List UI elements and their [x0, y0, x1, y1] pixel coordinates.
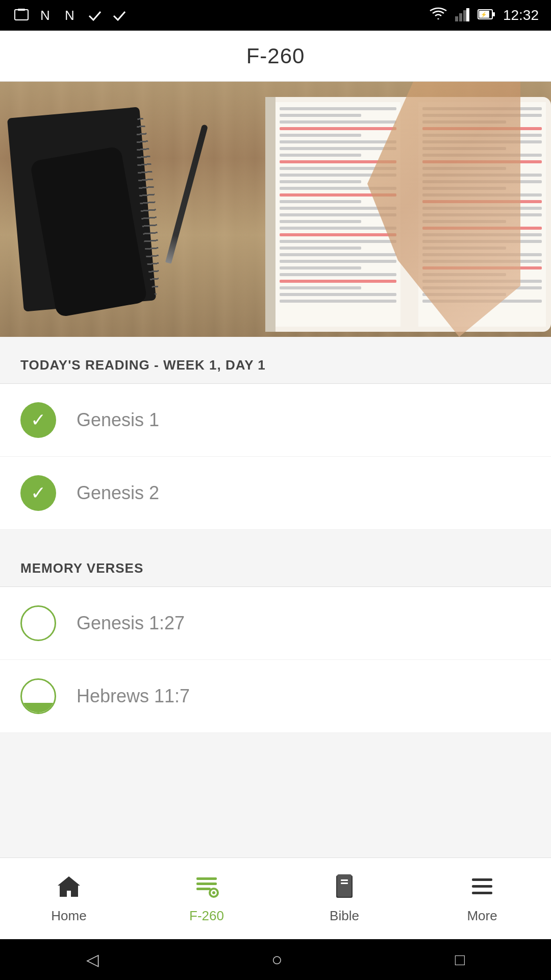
status-bar: N N	[0, 0, 551, 31]
nav-label-f260: F-260	[189, 908, 224, 924]
memory-verse-item[interactable]: Hebrews 11:7	[0, 660, 551, 733]
svg-point-16	[212, 891, 215, 894]
svg-rect-18	[337, 874, 352, 897]
back-button[interactable]: ◁	[86, 950, 99, 969]
nav-label-home: Home	[51, 908, 86, 924]
hero-image	[0, 82, 551, 337]
memory-title-genesis127: Genesis 1:27	[77, 612, 185, 634]
nav-item-bible[interactable]: Bible	[276, 858, 413, 939]
notebook-decoration	[7, 107, 156, 311]
todays-reading-label: TODAY'S READING - WEEK 1, DAY 1	[20, 357, 266, 373]
reading-item[interactable]: ✓ Genesis 1	[0, 384, 551, 457]
svg-rect-12	[196, 877, 217, 880]
memory-verse-list: Genesis 1:27 Hebrews 11:7	[0, 587, 551, 733]
svg-rect-4	[455, 16, 458, 21]
memory-verses-header: MEMORY VERSES	[0, 540, 551, 586]
svg-text:N: N	[65, 8, 74, 23]
f260-icon	[193, 873, 220, 904]
check-partial-hebrews117[interactable]	[20, 678, 56, 714]
svg-rect-14	[196, 888, 211, 890]
reading-title-genesis2: Genesis 2	[77, 482, 159, 504]
signal-icon	[455, 7, 469, 23]
svg-rect-7	[466, 8, 469, 21]
svg-rect-1	[18, 9, 25, 11]
nav-item-more[interactable]: More	[413, 858, 551, 939]
svg-rect-13	[196, 883, 217, 885]
reading-list: ✓ Genesis 1 ✓ Genesis 2	[0, 384, 551, 530]
notification-icon-2: N	[37, 6, 55, 24]
memory-title-hebrews117: Hebrews 11:7	[77, 685, 190, 707]
status-time: 12:32	[503, 7, 539, 23]
bible-icon	[331, 873, 358, 904]
check-mark-icon: ✓	[31, 411, 46, 429]
nav-label-bible: Bible	[330, 908, 359, 924]
svg-rect-5	[459, 13, 462, 21]
todays-reading-header: TODAY'S READING - WEEK 1, DAY 1	[0, 337, 551, 383]
more-icon	[469, 873, 495, 904]
content-area: TODAY'S READING - WEEK 1, DAY 1 ✓ Genesi…	[0, 337, 551, 733]
battery-icon: ⚡	[478, 8, 495, 22]
reading-item[interactable]: ✓ Genesis 2	[0, 457, 551, 530]
memory-verses-label: MEMORY VERSES	[20, 560, 143, 576]
status-icons-left: N N	[12, 6, 129, 24]
svg-rect-22	[472, 885, 492, 888]
nav-item-f260[interactable]: F-260	[138, 858, 276, 939]
svg-rect-20	[341, 883, 348, 884]
notification-icon-3: N	[61, 6, 80, 24]
check-empty-genesis127[interactable]	[20, 605, 56, 641]
svg-rect-23	[472, 892, 492, 894]
wifi-icon	[430, 7, 447, 23]
bottom-nav: Home F-260 Bible	[0, 857, 551, 939]
svg-rect-9	[493, 12, 495, 16]
system-nav: ◁ ○ □	[0, 939, 551, 980]
notification-icon-1	[12, 6, 31, 24]
check-mark-icon: ✓	[31, 484, 46, 502]
app-title: F-260	[246, 44, 305, 68]
check-completed-genesis2[interactable]: ✓	[20, 475, 56, 511]
svg-rect-6	[463, 10, 466, 21]
svg-rect-19	[341, 879, 348, 881]
home-icon	[56, 873, 82, 904]
check-icon-1	[86, 6, 104, 24]
home-button[interactable]: ○	[271, 949, 283, 970]
reading-title-genesis1: Genesis 1	[77, 409, 159, 431]
check-completed-genesis1[interactable]: ✓	[20, 402, 56, 438]
nav-label-more: More	[467, 908, 497, 924]
recent-button[interactable]: □	[455, 950, 465, 969]
svg-text:N: N	[40, 8, 50, 23]
svg-rect-21	[472, 878, 492, 881]
svg-rect-0	[15, 10, 28, 20]
check-icon-2	[110, 6, 129, 24]
nav-item-home[interactable]: Home	[0, 858, 138, 939]
status-icons-right: ⚡ 12:32	[430, 7, 539, 23]
memory-verse-item[interactable]: Genesis 1:27	[0, 587, 551, 660]
svg-text:⚡: ⚡	[481, 11, 487, 18]
app-header: F-260	[0, 31, 551, 82]
